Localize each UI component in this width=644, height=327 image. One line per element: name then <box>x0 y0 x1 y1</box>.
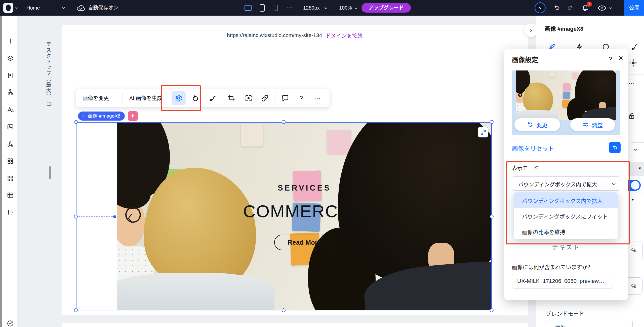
comment-icon[interactable] <box>281 94 289 102</box>
page-selector[interactable]: Home <box>26 0 40 16</box>
selection-handle[interactable] <box>490 120 494 124</box>
dropdown-marker-icon[interactable]: ▼ <box>631 197 635 202</box>
more-options-icon[interactable]: ⋯ <box>628 79 635 87</box>
next-section-strip <box>62 323 528 327</box>
chevron-down-icon[interactable] <box>15 7 19 9</box>
selection-handle[interactable] <box>74 215 78 219</box>
publish-button[interactable]: 公開 <box>624 0 644 16</box>
sticky-note <box>563 92 571 99</box>
typography-icon[interactable] <box>7 106 14 114</box>
collapsed-dropdown-field[interactable] <box>630 142 644 156</box>
connect-domain-link[interactable]: ドメインを接続 <box>326 31 363 39</box>
change-image-button[interactable]: 画像を変更 <box>83 89 109 107</box>
stretch-image-button[interactable] <box>478 127 488 137</box>
add-element-icon[interactable] <box>7 37 14 45</box>
reset-image-link[interactable]: 画像をリセット <box>512 144 554 153</box>
collapsed-select-field[interactable]: ▼ <box>628 162 644 176</box>
apps-icon[interactable] <box>7 157 14 165</box>
avatar[interactable] <box>535 2 546 13</box>
selection-handle[interactable] <box>282 308 286 312</box>
zoom-level-select[interactable]: 100% <box>339 0 352 16</box>
selection-handle[interactable] <box>282 120 286 124</box>
quick-actions-badge[interactable] <box>128 111 138 121</box>
help-icon[interactable]: ? <box>609 56 612 63</box>
upgrade-button[interactable]: アップグレード <box>361 3 411 13</box>
more-breakpoints-icon[interactable]: ⋯ <box>286 0 292 16</box>
hero-title-text: COMMERCIAL <box>117 201 492 221</box>
selection-handle[interactable] <box>74 120 78 124</box>
tablet-view-button[interactable] <box>260 4 265 12</box>
redo-icon[interactable] <box>567 4 574 12</box>
blocks-icon[interactable] <box>7 175 14 182</box>
media-icon[interactable] <box>7 123 14 131</box>
link-icon[interactable] <box>261 94 269 102</box>
logo-mark <box>6 5 11 11</box>
dropdown-marker-icon: ▼ <box>638 166 642 170</box>
chevron-left-icon: ‹ <box>83 113 84 119</box>
carousel-prev-icon[interactable] <box>127 213 133 224</box>
avatar-glyph <box>537 5 543 11</box>
layers-icon[interactable] <box>7 55 14 62</box>
image-preview-photo <box>516 70 616 120</box>
blend-mode-select[interactable]: 標準 <box>546 320 633 327</box>
undo-icon <box>612 144 618 151</box>
sliders-icon <box>583 122 589 128</box>
ai-generate-image-button[interactable]: AI 画像を生成 <box>129 89 162 107</box>
unlock-icon[interactable] <box>628 112 636 120</box>
sitemap-icon[interactable] <box>7 89 14 96</box>
adjust-image-pill-button[interactable]: 調整 <box>570 118 615 131</box>
selected-element-tag[interactable]: ‹ 画像 #imageX8 <box>78 112 125 121</box>
blend-mode-value: 標準 <box>555 325 566 327</box>
wix-studio-logo[interactable] <box>3 3 13 13</box>
help-icon[interactable]: ? <box>299 89 303 107</box>
chevron-down-icon[interactable] <box>324 7 328 9</box>
tab-scroll[interactable] <box>631 43 639 51</box>
percent-unit: % <box>631 247 636 253</box>
carousel-next-icon[interactable] <box>474 213 480 224</box>
breakpoint-ruler-label: デスクトップ（最大） <box>45 42 52 104</box>
photo-person-jacket <box>117 273 274 310</box>
desktop-view-button[interactable] <box>245 5 252 11</box>
connections-icon[interactable] <box>7 140 14 148</box>
autosave-cloud-icon <box>76 4 85 12</box>
margin-indicator-dot[interactable] <box>113 215 116 218</box>
close-icon[interactable]: × <box>619 54 623 63</box>
breakpoint-width-select[interactable]: 1280px <box>303 0 320 16</box>
mobile-view-button[interactable] <box>274 5 277 11</box>
alt-text-input[interactable]: UX-MILK_171206_0050_preview… <box>512 274 613 288</box>
chevron-down-icon[interactable] <box>609 7 612 9</box>
site-checklist-icon[interactable] <box>7 320 14 327</box>
selection-handle[interactable] <box>74 308 78 312</box>
image-toolbar: 画像を変更 AI 画像を生成 <box>76 89 330 107</box>
left-tool-rail <box>0 16 17 327</box>
chevron-down-icon[interactable] <box>354 7 358 9</box>
undo-icon[interactable] <box>553 4 560 12</box>
page-next-button[interactable]: › <box>524 23 538 37</box>
preview-eye-icon[interactable] <box>598 5 606 12</box>
cms-icon[interactable] <box>7 191 14 199</box>
more-options-icon[interactable]: ⋯ <box>314 89 320 107</box>
wix-studio-editor: https://rajainc.wixstudio.com/my-site-13… <box>0 0 644 327</box>
crop-icon[interactable] <box>227 94 235 102</box>
selected-element-label: 画像 #imageX8 <box>88 113 120 119</box>
pages-icon[interactable] <box>7 72 14 79</box>
percent-unit: % <box>631 283 636 289</box>
selection-handle[interactable] <box>490 215 494 219</box>
read-more-button[interactable]: Read More <box>274 235 335 250</box>
change-image-pill-button[interactable]: 変更 <box>514 118 560 131</box>
reset-image-button[interactable] <box>609 142 621 153</box>
refresh-icon <box>527 122 533 128</box>
selection-handle[interactable] <box>490 308 494 312</box>
annotation-box-settings <box>161 85 201 111</box>
focal-point-icon[interactable] <box>245 94 253 102</box>
chevron-down-icon <box>633 148 637 151</box>
notification-badge: ! <box>587 2 592 7</box>
canvas-scroll-handle[interactable] <box>49 166 51 179</box>
chevron-down-icon[interactable] <box>62 7 65 9</box>
position-anchor-icon[interactable] <box>629 58 637 67</box>
scroll-effects-icon[interactable] <box>209 94 217 102</box>
code-icon[interactable] <box>7 209 14 216</box>
panel-title: 画像設定 <box>512 55 538 64</box>
photo-person-hair <box>575 70 616 113</box>
desktop-breakpoint-icon[interactable] <box>47 102 53 107</box>
